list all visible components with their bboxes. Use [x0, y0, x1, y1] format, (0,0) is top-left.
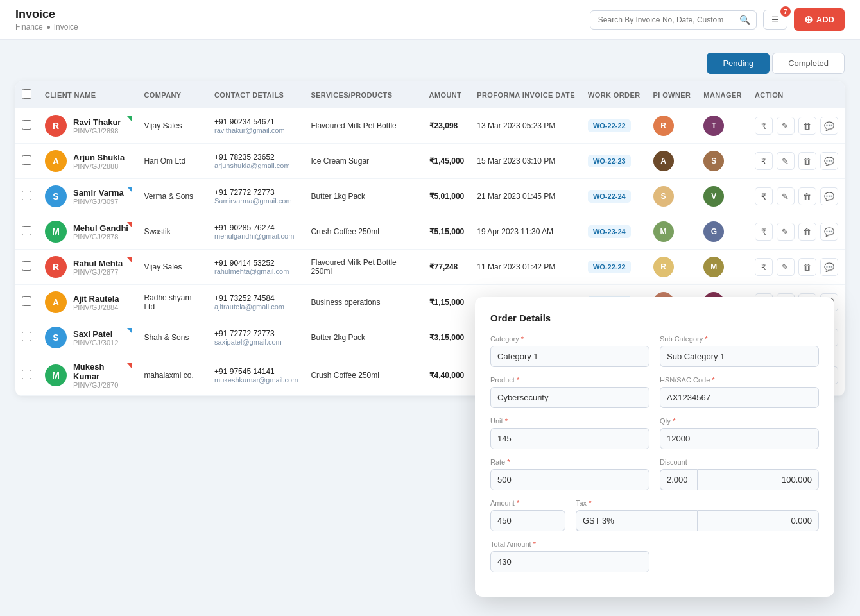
filter-button[interactable]: ☰ 7: [763, 10, 787, 30]
filter-icon: ☰: [771, 15, 779, 24]
date-cell: 13 Mar 2023 05:23 PM: [470, 108, 581, 144]
chat-action-button[interactable]: 💬: [820, 223, 838, 241]
edit-action-button[interactable]: ✎: [777, 117, 795, 135]
contact-cell: +91 72772 72773 saxipatel@gmail.com: [208, 320, 304, 355]
row-checkbox[interactable]: [22, 261, 31, 271]
sub-category-label: Sub Category *: [660, 335, 819, 343]
row-checkbox-cell: [15, 285, 39, 320]
col-date: PROFORMA INVOICE DATE: [470, 81, 581, 108]
header-checkbox-cell: [15, 81, 39, 108]
date-cell: 21 Mar 2023 01:45 PM: [470, 179, 581, 214]
row-checkbox[interactable]: [22, 120, 31, 130]
chat-action-button[interactable]: 💬: [820, 117, 838, 135]
rupee-action-button[interactable]: ₹: [755, 117, 773, 135]
row-checkbox[interactable]: [22, 155, 31, 165]
col-client-name: CLIENT NAME: [39, 81, 137, 108]
delete-action-button[interactable]: 🗑: [798, 117, 816, 135]
date-cell: 15 Mar 2023 03:10 PM: [470, 144, 581, 179]
rupee-action-button[interactable]: ₹: [755, 187, 773, 205]
row-checkbox[interactable]: [22, 370, 31, 379]
client-name-cell: M Mukesh Kumar PINV/GJ/2870: [39, 355, 137, 396]
client-name: Ravi Thakur: [73, 117, 121, 127]
edit-action-button[interactable]: ✎: [777, 223, 795, 241]
rupee-action-button[interactable]: ₹: [755, 258, 773, 276]
date-cell: 19 Apr 2023 11:30 AM: [470, 214, 581, 250]
chat-action-button[interactable]: 💬: [820, 187, 838, 205]
amount-cell: ₹23,098: [423, 108, 471, 144]
edit-action-button[interactable]: ✎: [777, 152, 795, 170]
row-checkbox-cell: [15, 144, 39, 179]
service-cell: Crush Coffee 250ml: [304, 355, 422, 396]
action-cell: ₹ ✎ 🗑 💬: [748, 144, 845, 179]
client-id: PINV/GJ/2870: [73, 381, 131, 389]
edit-action-button[interactable]: ✎: [777, 187, 795, 205]
breadcrumb-invoice: Invoice: [54, 22, 78, 31]
col-services: SERVICES/PRODUCTS: [304, 81, 422, 108]
delete-action-button[interactable]: 🗑: [798, 223, 816, 241]
header-right: 🔍 ☰ 7 ⊕ ADD: [590, 8, 845, 31]
table-row: M Mehul Gandhi PINV/GJ/2878 Swastik +91 …: [15, 214, 845, 250]
row-checkbox[interactable]: [22, 226, 31, 235]
search-icon[interactable]: 🔍: [739, 15, 750, 25]
row-checkbox[interactable]: [22, 332, 31, 341]
manager-avatar: S: [703, 151, 724, 171]
form-group-category: Category *: [490, 335, 649, 367]
manager-cell: V: [697, 179, 748, 214]
product-input[interactable]: [490, 387, 649, 408]
phone: +91 72772 72773: [214, 188, 298, 197]
email: ravithakur@gmail.com: [214, 126, 298, 134]
amount-cell: ₹77,248: [423, 250, 471, 285]
avatar: A: [45, 150, 67, 172]
avatar: M: [45, 221, 67, 243]
form-row-category: Category * Sub Category *: [490, 335, 819, 367]
search-input[interactable]: [590, 10, 757, 30]
pi-owner-cell: S: [647, 179, 698, 214]
client-info: Mukesh Kumar PINV/GJ/2870: [73, 362, 131, 389]
edit-action-button[interactable]: ✎: [777, 258, 795, 276]
add-label: ADD: [816, 15, 834, 24]
rupee-action-button[interactable]: ₹: [755, 152, 773, 170]
manager-cell: G: [697, 214, 748, 250]
delete-action-button[interactable]: 🗑: [798, 152, 816, 170]
chat-action-button[interactable]: 💬: [820, 152, 838, 170]
hsn-input[interactable]: [660, 387, 819, 408]
tab-pending[interactable]: Pending: [707, 53, 770, 74]
phone: +91 90285 76274: [214, 223, 298, 232]
company-cell: Shah & Sons: [137, 320, 208, 355]
rupee-action-button[interactable]: ₹: [755, 223, 773, 241]
client-id: PINV/GJ/2877: [73, 268, 123, 276]
category-input[interactable]: [490, 346, 649, 367]
manager-avatar: V: [703, 186, 724, 207]
delete-action-button[interactable]: 🗑: [798, 258, 816, 276]
wo-cell: WO-22-24: [581, 179, 647, 214]
wo-badge: WO-22-24: [588, 190, 631, 203]
tab-completed[interactable]: Completed: [772, 53, 845, 74]
service-cell: Ice Cream Sugar: [304, 144, 422, 179]
breadcrumb: Finance Invoice: [15, 22, 78, 31]
avatar: R: [45, 115, 67, 137]
wo-cell: WO-22-22: [581, 250, 647, 285]
client-info: Ajit Rautela PINV/GJ/2884: [73, 294, 119, 311]
wo-badge: WO-22-22: [588, 261, 631, 273]
company-cell: Radhe shyam Ltd: [137, 285, 208, 320]
row-checkbox[interactable]: [22, 191, 31, 200]
table-row: S Samir Varma PINV/GJ/3097 Verma & Sons …: [15, 179, 845, 214]
row-checkbox[interactable]: [22, 296, 31, 306]
delete-action-button[interactable]: 🗑: [798, 187, 816, 205]
phone: +91 73252 74584: [214, 294, 298, 303]
col-action: ACTION: [748, 81, 845, 108]
service-cell: Crush Coffee 250ml: [304, 214, 422, 250]
date-cell: 11 Mar 2023 01:42 PM: [470, 250, 581, 285]
chat-action-button[interactable]: 💬: [820, 258, 838, 276]
client-name-cell: A Ajit Rautela PINV/GJ/2884: [39, 285, 137, 320]
manager-cell: M: [697, 250, 748, 285]
sub-category-input[interactable]: [660, 346, 819, 367]
add-button[interactable]: ⊕ ADD: [794, 8, 845, 31]
email: ajitrautela@gmail.com: [214, 303, 298, 311]
service-cell: Business operations: [304, 285, 422, 320]
client-name: Rahul Mehta: [73, 259, 123, 268]
service-cell: Flavoured Milk Pet Bottle 250ml: [304, 250, 422, 285]
select-all-checkbox[interactable]: [22, 89, 31, 99]
col-pi-owner: PI OWNER: [647, 81, 698, 108]
amount-cell: ₹5,01,000: [423, 179, 471, 214]
